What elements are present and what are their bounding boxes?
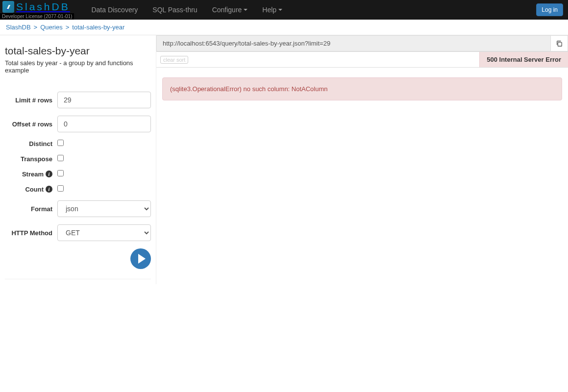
distinct-label: Distinct	[5, 140, 57, 147]
nav-help[interactable]: Help	[255, 0, 290, 20]
navbar-left: SlashDB Developer License (2077-01-01) D…	[0, 0, 290, 20]
stream-label: Streami	[5, 171, 57, 178]
info-icon[interactable]: i	[46, 171, 52, 177]
offset-input[interactable]	[57, 116, 151, 132]
run-button-row	[5, 248, 151, 279]
transpose-label: Transpose	[5, 155, 57, 163]
login-button[interactable]: Log in	[536, 3, 563, 16]
form-row-distinct: Distinct	[5, 140, 151, 147]
svg-rect-0	[558, 42, 562, 46]
status-error: 500 Internal Server Error	[479, 52, 568, 67]
breadcrumb-current: total-sales-by-year	[72, 24, 124, 31]
method-select[interactable]: GET	[57, 224, 151, 241]
caret-icon	[278, 9, 282, 11]
limit-label: Limit # rows	[5, 97, 57, 104]
count-checkbox[interactable]	[57, 185, 64, 192]
license-badge: Developer License (2077-01-01)	[0, 13, 74, 20]
method-label: HTTP Method	[5, 229, 57, 237]
copy-icon	[556, 40, 563, 47]
form-row-limit: Limit # rows	[5, 92, 151, 108]
form-row-method: HTTP Method GET	[5, 224, 151, 241]
limit-input[interactable]	[57, 92, 151, 108]
caret-icon	[244, 9, 247, 11]
nav-data-discovery[interactable]: Data Discovery	[84, 0, 145, 20]
page-description: Total sales by year - a group by and fun…	[5, 59, 151, 74]
slashdb-logo-icon	[2, 1, 14, 13]
form-row-stream: Streami	[5, 170, 151, 178]
transpose-checkbox[interactable]	[57, 155, 64, 161]
nav-links: Data Discovery SQL Pass-thru Configure H…	[84, 0, 290, 20]
top-navbar: SlashDB Developer License (2077-01-01) D…	[0, 0, 568, 20]
clear-sort-button: clear sort	[160, 56, 188, 64]
logo-text: SlashDB	[16, 1, 70, 13]
status-bar: clear sort 500 Internal Server Error	[156, 52, 568, 68]
breadcrumb-queries[interactable]: Queries	[40, 24, 63, 31]
nav-configure[interactable]: Configure	[205, 0, 255, 20]
offset-label: Offset # rows	[5, 121, 57, 128]
form-row-count: Counti	[5, 185, 151, 193]
stream-checkbox[interactable]	[57, 170, 64, 176]
url-text: http://localhost:6543/query/total-sales-…	[156, 35, 550, 51]
distinct-checkbox[interactable]	[57, 140, 64, 146]
breadcrumb-root[interactable]: SlashDB	[6, 24, 31, 31]
format-select[interactable]: json	[57, 200, 151, 217]
breadcrumb-separator: >	[66, 24, 70, 31]
run-button[interactable]	[130, 248, 151, 269]
page-title: total-sales-by-year	[5, 45, 151, 57]
count-label: Counti	[5, 186, 57, 193]
content-area: http://localhost:6543/query/total-sales-…	[156, 35, 568, 284]
format-label: Format	[5, 205, 57, 213]
sidebar: total-sales-by-year Total sales by year …	[0, 35, 156, 284]
url-bar: http://localhost:6543/query/total-sales-…	[156, 35, 568, 52]
copy-url-button[interactable]	[550, 35, 568, 51]
breadcrumb: SlashDB > Queries > total-sales-by-year	[0, 20, 568, 35]
form-row-offset: Offset # rows	[5, 116, 151, 132]
logo-container: SlashDB Developer License (2077-01-01)	[0, 0, 74, 20]
error-alert: (sqlite3.OperationalError) no such colum…	[162, 77, 562, 100]
nav-sql-passthru[interactable]: SQL Pass-thru	[145, 0, 204, 20]
breadcrumb-separator: >	[34, 24, 38, 31]
main-container: total-sales-by-year Total sales by year …	[0, 35, 568, 284]
form-row-format: Format json	[5, 200, 151, 217]
info-icon[interactable]: i	[46, 186, 52, 193]
logo-link[interactable]: SlashDB	[0, 0, 74, 13]
form-row-transpose: Transpose	[5, 155, 151, 163]
